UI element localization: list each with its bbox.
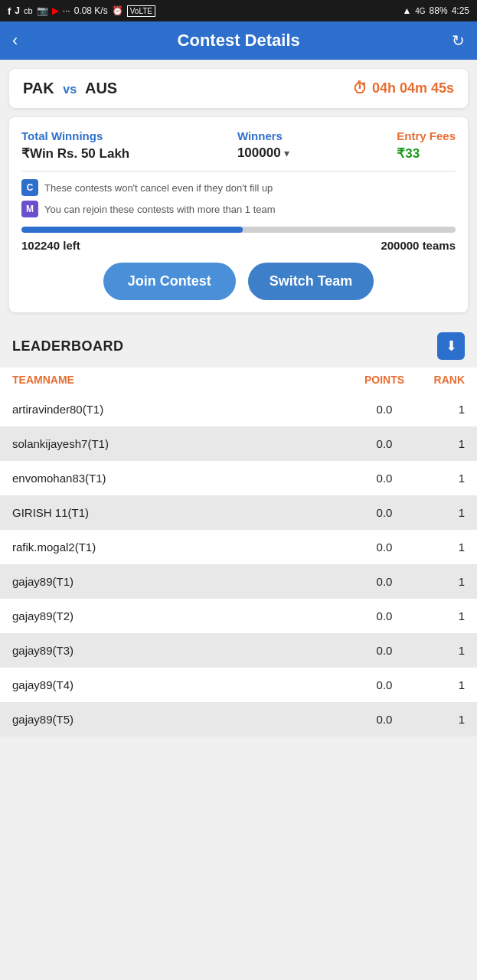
progress-bar-fill (21, 227, 243, 233)
team-points: 0.0 (350, 437, 419, 450)
status-left: f J cb 📷 ▶ ··· 0.08 K/s ⏰ VoLTE (8, 5, 155, 17)
info-badges: C These contests won't cancel even if th… (21, 179, 456, 217)
table-row: gajay89(T3) 0.0 1 (0, 633, 477, 668)
vs-text: vs (63, 83, 77, 96)
contest-card: Total Winnings ₹Win Rs. 50 Lakh Winners … (9, 117, 468, 312)
team-name: GIRISH 11(T1) (12, 506, 350, 519)
leaderboard-section: LEADERBOARD ⬇ TEAMNAME POINTS RANK artir… (0, 322, 477, 737)
team-rank: 1 (419, 472, 465, 485)
team2-name: AUS (85, 80, 117, 96)
team-rank: 1 (419, 403, 465, 416)
team-points: 0.0 (350, 609, 419, 622)
status-bar: f J cb 📷 ▶ ··· 0.08 K/s ⏰ VoLTE ▲ 4G 88%… (0, 0, 477, 21)
winners: Winners 100000 ▾ (237, 129, 289, 162)
progress-section: 102240 left 200000 teams (21, 227, 456, 252)
team-rank: 1 (419, 575, 465, 588)
winners-label: Winners (237, 129, 289, 142)
page-title: Contest Details (25, 31, 452, 51)
entry-fees-value: ₹33 (397, 145, 456, 162)
youtube-icon: ▶ (52, 5, 59, 16)
match-timer: ⏱ 04h 04m 45s (352, 80, 454, 97)
team-rank: 1 (419, 713, 465, 726)
entry-fees: Entry Fees ₹33 (397, 129, 456, 162)
slots-left: 102240 left (21, 239, 80, 252)
table-row: gajay89(T5) 0.0 1 (0, 702, 477, 737)
badge-m-icon: M (21, 201, 38, 217)
volte-badge: VoLTE (127, 5, 155, 17)
badge-cancel-text: These contests won't cancel even if they… (44, 182, 273, 194)
table-row: gajay89(T4) 0.0 1 (0, 668, 477, 702)
col-team-header: TEAMNAME (12, 374, 350, 386)
timer-value: 04h 04m 45s (372, 80, 454, 96)
badge-cancel: C These contests won't cancel even if th… (21, 179, 456, 196)
alarm-icon: ⏰ (112, 5, 123, 16)
badge-c-icon: C (21, 179, 38, 196)
col-rank-header: RANK (419, 374, 465, 386)
team-name: solankijayesh7(T1) (12, 437, 350, 450)
cb-icon: cb (24, 6, 33, 15)
refresh-button[interactable]: ↻ (452, 31, 465, 50)
team1-name: PAK (23, 80, 54, 96)
total-winnings: Total Winnings ₹Win Rs. 50 Lakh (21, 129, 129, 162)
team-name: gajay89(T1) (12, 575, 350, 588)
leaderboard-rows: artiravinder80(T1) 0.0 1 solankijayesh7(… (0, 392, 477, 737)
j-icon: J (15, 5, 20, 16)
team-rank: 1 (419, 609, 465, 622)
leaderboard-header: LEADERBOARD ⬇ (0, 322, 477, 368)
battery-level: 88% (430, 5, 448, 16)
entry-fees-label: Entry Fees (397, 129, 456, 142)
progress-bar-bg (21, 227, 456, 233)
status-right: ▲ 4G 88% 4:25 (402, 5, 469, 16)
team-points: 0.0 (350, 644, 419, 657)
download-button[interactable]: ⬇ (437, 332, 465, 360)
network-icon: 4G (415, 7, 425, 15)
table-row: solankijayesh7(T1) 0.0 1 (0, 426, 477, 461)
match-teams: PAK vs AUS (23, 80, 117, 97)
badge-rejoin: M You can rejoin these contests with mor… (21, 201, 456, 217)
switch-team-button[interactable]: Switch Team (248, 263, 374, 300)
instagram-icon: 📷 (37, 5, 48, 16)
team-name: gajay89(T3) (12, 644, 350, 657)
team-rank: 1 (419, 506, 465, 519)
team-points: 0.0 (350, 472, 419, 485)
total-winnings-label: Total Winnings (21, 129, 129, 142)
table-row: GIRISH 11(T1) 0.0 1 (0, 495, 477, 530)
network-speed: 0.08 K/s (74, 5, 108, 16)
leaderboard-title: LEADERBOARD (12, 338, 124, 354)
header: ‹ Contest Details ↻ (0, 21, 477, 60)
col-points-header: POINTS (350, 374, 419, 386)
winners-value: 100000 (237, 145, 281, 161)
team-points: 0.0 (350, 575, 419, 588)
team-name: envomohan83(T1) (12, 472, 350, 485)
team-name: gajay89(T2) (12, 609, 350, 622)
signal-icon: ▲ (402, 5, 411, 16)
table-row: gajay89(T2) 0.0 1 (0, 599, 477, 633)
action-buttons: Join Contest Switch Team (21, 263, 456, 300)
leaderboard-column-headers: TEAMNAME POINTS RANK (0, 368, 477, 392)
dropdown-icon[interactable]: ▾ (284, 147, 289, 159)
more-icon: ··· (63, 5, 70, 16)
team-points: 0.0 (350, 403, 419, 416)
team-points: 0.0 (350, 678, 419, 691)
team-rank: 1 (419, 541, 465, 554)
team-name: artiravinder80(T1) (12, 403, 350, 416)
team-points: 0.0 (350, 541, 419, 554)
team-points: 0.0 (350, 713, 419, 726)
fb-icon: f (8, 5, 11, 17)
table-row: envomohan83(T1) 0.0 1 (0, 461, 477, 495)
stats-row: Total Winnings ₹Win Rs. 50 Lakh Winners … (21, 129, 456, 162)
team-rank: 1 (419, 678, 465, 691)
table-row: gajay89(T1) 0.0 1 (0, 564, 477, 599)
total-teams: 200000 teams (381, 239, 456, 252)
join-contest-button[interactable]: Join Contest (103, 263, 236, 300)
badge-rejoin-text: You can rejoin these contests with more … (44, 204, 276, 215)
team-points: 0.0 (350, 506, 419, 519)
team-name: gajay89(T4) (12, 678, 350, 691)
team-rank: 1 (419, 644, 465, 657)
progress-labels: 102240 left 200000 teams (21, 239, 456, 252)
table-row: artiravinder80(T1) 0.0 1 (0, 392, 477, 426)
back-button[interactable]: ‹ (12, 31, 18, 51)
clock: 4:25 (452, 5, 469, 16)
team-rank: 1 (419, 437, 465, 450)
match-banner: PAK vs AUS ⏱ 04h 04m 45s (9, 69, 468, 108)
